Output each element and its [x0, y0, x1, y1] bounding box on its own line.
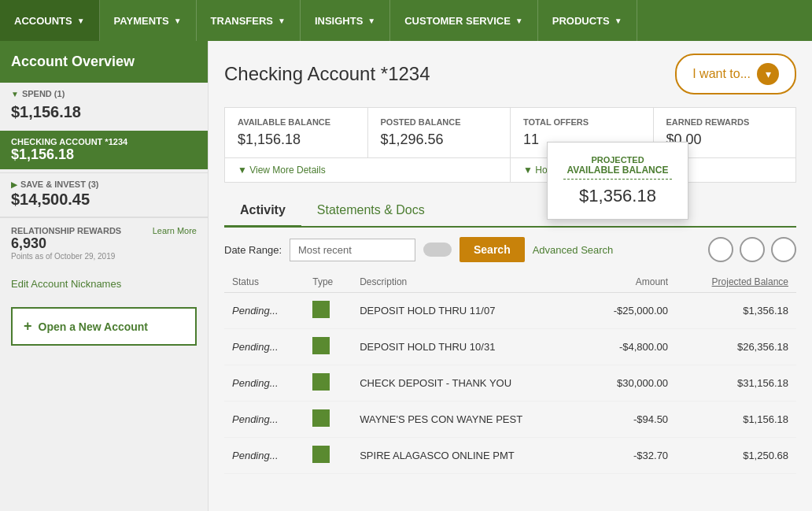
nav-products[interactable]: PRODUCTS ▼: [538, 0, 637, 41]
nav-customer-service[interactable]: CUSTOMER SERVICE ▼: [390, 0, 538, 41]
row-description: WAYNE'S PES CON WAYNE PEST: [352, 402, 584, 438]
row-type: [304, 365, 352, 402]
available-balance-label: AVAILABLE BALANCE: [238, 117, 355, 127]
date-range-label: Date Range:: [224, 244, 282, 256]
row-description: DEPOSIT HOLD THRU 11/07: [352, 293, 584, 329]
balance-card-available: AVAILABLE BALANCE $1,156.18: [225, 108, 368, 157]
row-status: Pending...: [224, 293, 304, 329]
nav-accounts-arrow: ▼: [77, 17, 85, 25]
tab-statements-docs[interactable]: Statements & Docs: [301, 195, 441, 226]
top-navigation: ACCOUNTS ▼ PAYMENTS ▼ TRANSFERS ▼ INSIGH…: [0, 0, 812, 41]
i-want-to-button[interactable]: I want to... ▾: [675, 54, 796, 94]
earned-rewards-label: EARNED REWARDS: [666, 117, 784, 127]
sidebar-rewards-points: 6,930: [11, 235, 197, 252]
activity-tabs: Activity Statements & Docs: [224, 195, 796, 228]
content-area: Checking Account *1234 I want to... ▾ AV…: [209, 41, 812, 511]
sidebar-checking-account-item[interactable]: CHECKING ACCOUNT *1234 $1,156.18: [0, 131, 208, 169]
row-type: [304, 293, 352, 329]
row-proj-balance: $31,156.18: [676, 365, 796, 402]
col-header-proj-balance[interactable]: Projected Balance: [676, 272, 796, 293]
sidebar-edit-nicknames-link[interactable]: Edit Account Nicknames: [0, 268, 208, 299]
nav-accounts[interactable]: ACCOUNTS ▼: [0, 0, 100, 41]
row-description: CHECK DEPOSIT - THANK YOU: [352, 365, 584, 402]
col-header-amount: Amount: [585, 272, 676, 293]
sidebar-save-invest-header: ▶ SAVE & INVEST (3): [0, 173, 208, 191]
circle-icon-3[interactable]: [771, 237, 796, 262]
posted-balance-amount: $1,296.56: [381, 131, 498, 148]
nav-insights-arrow: ▼: [367, 17, 375, 25]
nav-customer-service-arrow: ▼: [515, 17, 523, 25]
row-amount: -$25,000.00: [585, 293, 676, 329]
popup-projected-label: PROJECTED: [563, 155, 672, 165]
col-header-type: Type: [304, 272, 352, 293]
popup-main-label: AVAILABLE BALANCE: [563, 165, 672, 180]
table-row: Pending... WAYNE'S PES CON WAYNE PEST -$…: [224, 402, 796, 438]
advanced-search-link[interactable]: Advanced Search: [533, 244, 614, 256]
nav-insights[interactable]: INSIGHTS ▼: [301, 0, 390, 41]
row-type: [304, 402, 352, 438]
row-status: Pending...: [224, 365, 304, 402]
balance-card-posted: POSTED BALANCE $1,296.56: [368, 108, 511, 157]
nav-payments[interactable]: PAYMENTS ▼: [100, 0, 197, 41]
sidebar-open-account-button[interactable]: + Open a New Account: [11, 307, 197, 346]
projected-balance-popup: PROJECTED AVAILABLE BALANCE $1,356.18: [547, 142, 688, 220]
nav-transfers-arrow: ▼: [278, 17, 286, 25]
sidebar-save-invest-total: $14,500.45: [0, 191, 208, 217]
table-row: Pending... DEPOSIT HOLD THRU 10/31 -$4,8…: [224, 329, 796, 365]
row-description: DEPOSIT HOLD THRU 10/31: [352, 329, 584, 365]
sidebar-rewards-label: RELATIONSHIP REWARDS: [11, 226, 121, 235]
row-proj-balance: $1,156.18: [676, 402, 796, 438]
nav-products-arrow: ▼: [615, 17, 622, 25]
row-proj-balance: $1,356.18: [676, 293, 796, 329]
nav-transfers[interactable]: TRANSFERS ▼: [197, 0, 301, 41]
row-amount: $30,000.00: [585, 365, 676, 402]
type-square-icon: [312, 446, 330, 463]
view-more-details-cell: ▼ View More Details: [225, 158, 511, 182]
available-balance-amount: $1,156.18: [238, 131, 355, 148]
account-title: Checking Account *1234: [224, 63, 430, 85]
circle-icon-2[interactable]: [740, 237, 765, 262]
row-type: [304, 438, 352, 474]
search-bar: Date Range: Search Advanced Search: [224, 237, 796, 262]
activity-table: Status Type Description Amount Projected…: [224, 272, 796, 474]
sidebar: Account Overview ▼ SPEND (1) $1,156.18 C…: [0, 41, 209, 511]
i-want-to-arrow-icon: ▾: [757, 63, 779, 85]
row-status: Pending...: [224, 329, 304, 365]
action-row: ▼ View More Details ▼ How do I earn cash…: [224, 158, 796, 183]
sidebar-checking-account-name: CHECKING ACCOUNT *1234: [11, 137, 197, 146]
save-invest-expand-icon[interactable]: ▶: [11, 180, 17, 189]
row-status: Pending...: [224, 438, 304, 474]
total-offers-label: TOTAL OFFERS: [523, 117, 640, 127]
view-more-details-link[interactable]: ▼ View More Details: [238, 165, 497, 176]
type-square-icon: [312, 301, 330, 318]
row-type: [304, 329, 352, 365]
table-row: Pending... DEPOSIT HOLD THRU 11/07 -$25,…: [224, 293, 796, 329]
row-description: SPIRE ALAGASCO ONLINE PMT: [352, 438, 584, 474]
sidebar-save-invest-section: ▶ SAVE & INVEST (3) $14,500.45: [0, 173, 208, 217]
row-amount: -$32.70: [585, 438, 676, 474]
row-status: Pending...: [224, 402, 304, 438]
sidebar-account-overview: Account Overview: [0, 41, 208, 83]
tab-activity[interactable]: Activity: [224, 195, 301, 228]
search-button[interactable]: Search: [460, 237, 525, 262]
sidebar-rewards-header: RELATIONSHIP REWARDS Learn More: [11, 226, 197, 235]
popup-amount: $1,356.18: [563, 186, 672, 206]
row-amount: -$4,800.00: [585, 329, 676, 365]
sidebar-spend-section: ▼ SPEND (1) $1,156.18 CHECKING ACCOUNT *…: [0, 83, 208, 173]
nav-payments-arrow: ▼: [174, 17, 182, 25]
circle-icon-group: [708, 237, 796, 262]
spend-collapse-icon[interactable]: ▼: [11, 90, 19, 98]
sidebar-rewards-learn-more[interactable]: Learn More: [153, 226, 197, 235]
sidebar-spend-header: ▼ SPEND (1): [0, 83, 208, 102]
sidebar-spend-total: $1,156.18: [0, 102, 208, 128]
row-proj-balance: $1,250.68: [676, 438, 796, 474]
circle-icon-1[interactable]: [708, 237, 733, 262]
content-header: Checking Account *1234 I want to... ▾: [224, 54, 796, 94]
date-range-toggle[interactable]: [423, 243, 452, 257]
plus-icon: +: [24, 318, 32, 335]
type-square-icon: [312, 373, 330, 391]
sidebar-rewards-date: Points as of October 29, 2019: [11, 252, 197, 261]
type-square-icon: [312, 337, 330, 354]
table-row: Pending... CHECK DEPOSIT - THANK YOU $30…: [224, 365, 796, 402]
date-range-input[interactable]: [290, 239, 415, 261]
